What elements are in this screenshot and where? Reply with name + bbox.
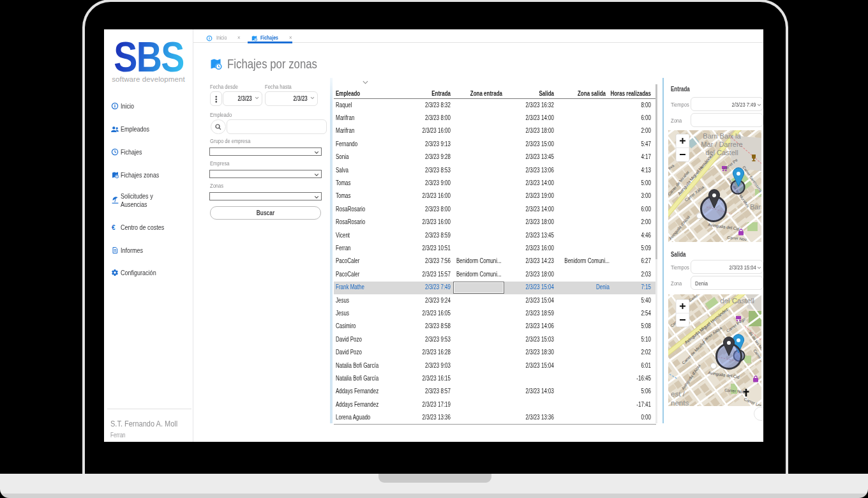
svg-text:Barri Baix la: Barri Baix la <box>703 132 741 140</box>
svg-text:est /: est / <box>671 390 685 398</box>
svg-text:nents: nents <box>671 399 689 406</box>
svg-text:del Castell: del Castell <box>720 297 754 305</box>
svg-text:Mar / Darrere: Mar / Darrere <box>701 140 742 148</box>
svg-text:€: € <box>112 224 116 231</box>
svg-text:Barr: Barr <box>750 203 761 211</box>
